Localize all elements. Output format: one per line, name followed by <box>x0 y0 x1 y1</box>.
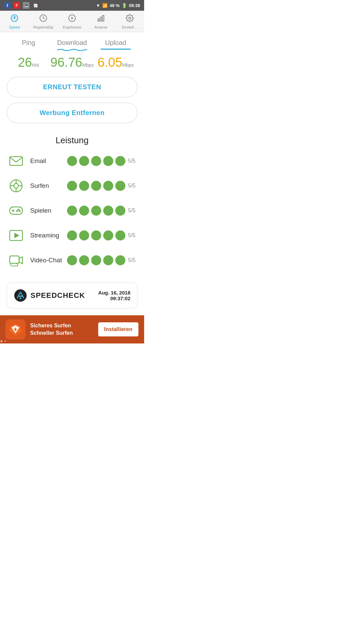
dot <box>79 255 89 265</box>
ping-value: 26ms <box>18 56 39 69</box>
speed-section: Ping Download Upload 26ms 96.76Mbps <box>0 32 144 73</box>
download-label: Download <box>57 39 87 47</box>
svg-point-20 <box>18 209 19 210</box>
svg-rect-10 <box>10 157 22 165</box>
perf-row-streaming: Streaming 5/5 <box>7 226 137 245</box>
status-icons-right: ▼ 📶 48 % 🔋 09:38 <box>96 3 140 8</box>
streaming-label: Streaming <box>30 232 67 239</box>
ergebnisse-icon <box>68 14 76 24</box>
ad-line2: Schneller Surfen <box>30 329 93 337</box>
signal-icon: 📶 <box>102 3 108 8</box>
spielen-icon <box>7 201 25 220</box>
dot <box>79 181 89 191</box>
nav-regelmaessig-label: Regelmäßig <box>33 25 53 29</box>
laptop-icon: 💻 <box>23 2 29 9</box>
dot <box>91 255 101 265</box>
upload-value: 6.05Mbps <box>98 56 134 69</box>
videochat-label: Video-Chat <box>30 257 67 264</box>
svg-rect-6 <box>98 19 99 21</box>
videochat-dots <box>67 255 125 265</box>
svg-point-1 <box>14 18 15 19</box>
svg-point-9 <box>129 17 131 19</box>
surfen-label: Surfen <box>30 182 67 190</box>
ping-label: Ping <box>22 39 35 47</box>
videochat-score: 5/5 <box>128 257 137 263</box>
dot <box>115 181 125 191</box>
nav-ergebnisse-label: Ergebnisse <box>63 25 81 29</box>
svg-rect-7 <box>100 17 102 21</box>
download-underline <box>57 49 87 51</box>
dot <box>115 255 125 265</box>
svg-marker-24 <box>14 233 19 238</box>
retest-button[interactable]: ERNEUT TESTEN <box>7 77 137 97</box>
spielen-label: Spielen <box>30 207 67 214</box>
brave-icon <box>9 323 22 336</box>
nav-speed[interactable]: Speed <box>0 11 29 32</box>
dot <box>91 230 101 240</box>
speed-values-row: 26ms 96.76Mbps 6.05Mbps <box>7 56 137 69</box>
svg-point-12 <box>14 183 18 188</box>
spielen-dots <box>67 206 125 216</box>
speedcheck-logo-icon <box>14 289 27 302</box>
analyse-icon <box>97 14 105 24</box>
dot <box>67 156 77 166</box>
dot <box>67 255 77 265</box>
flipboard-icon: F <box>13 2 20 9</box>
dot <box>91 181 101 191</box>
dot <box>103 230 113 240</box>
svg-rect-8 <box>103 15 104 21</box>
regelmaessig-icon <box>39 14 47 24</box>
upload-col: Upload <box>94 39 137 54</box>
facebook-icon: f <box>4 2 11 9</box>
nav-bar: Speed Regelmäßig Ergebnisse <box>0 11 144 32</box>
videochat-icon <box>7 251 25 270</box>
upload-unit: Mbps <box>122 62 134 68</box>
surfen-score: 5/5 <box>128 183 137 189</box>
speedcheck-name: SPEEDCHECK <box>31 291 85 300</box>
speed-icon <box>10 14 18 24</box>
nav-ergebnisse[interactable]: Ergebnisse <box>58 11 86 32</box>
dot <box>79 230 89 240</box>
dot <box>91 156 101 166</box>
ping-unit: ms <box>32 62 39 68</box>
battery-icon: 🔋 <box>122 3 127 8</box>
chart-icon: 📈 <box>32 2 39 9</box>
ad-app-icon <box>5 319 25 339</box>
status-icons-left: f F 💻 📈 <box>4 2 39 9</box>
svg-point-26 <box>19 297 21 299</box>
perf-row-surfen: Surfen 5/5 <box>7 176 137 195</box>
ad-line1: Sicheres Surfen <box>30 322 93 329</box>
time-label: 09:38 <box>129 3 140 8</box>
download-value-col: 96.76Mbps <box>50 56 94 69</box>
wifi-icon: ▼ <box>96 3 100 8</box>
speedcheck-date: Aug. 16, 2018 09:37:02 <box>98 290 130 301</box>
dot <box>103 181 113 191</box>
upload-label: Upload <box>105 39 126 47</box>
ad-badge: ▶ ✕ <box>1 339 7 343</box>
button-section: ERNEUT TESTEN Werbung Entfernen <box>0 73 144 132</box>
surfen-dots <box>67 181 125 191</box>
speedcheck-card: SPEEDCHECK Aug. 16, 2018 09:37:02 <box>7 282 137 309</box>
ad-text: Sicheres Surfen Schneller Surfen <box>30 322 93 337</box>
surfen-icon <box>7 176 25 195</box>
nav-einstellungen-label: Einstell… <box>122 25 137 29</box>
nav-regelmaessig[interactable]: Regelmäßig <box>29 11 58 32</box>
leistung-section: Leistung Email 5/5 <box>0 132 144 282</box>
upload-value-col: 6.05Mbps <box>94 56 137 69</box>
streaming-dots <box>67 230 125 240</box>
dot <box>115 206 125 216</box>
dot <box>67 230 77 240</box>
nav-einstellungen[interactable]: Einstell… <box>115 11 144 32</box>
remove-ads-button[interactable]: Werbung Entfernen <box>7 103 137 123</box>
nav-analyse[interactable]: Analyse <box>86 11 115 32</box>
nav-analyse-label: Analyse <box>94 25 107 29</box>
perf-row-email: Email 5/5 <box>7 152 137 170</box>
dot <box>79 156 89 166</box>
download-value: 96.76Mbps <box>50 56 94 69</box>
speedcheck-logo: SPEEDCHECK <box>14 289 85 302</box>
status-bar: f F 💻 📈 ▼ 📶 48 % 🔋 09:38 <box>0 0 144 11</box>
ping-col: Ping <box>7 39 50 54</box>
perf-row-videochat: Video-Chat 5/5 <box>7 251 137 270</box>
ad-install-button[interactable]: Installieren <box>98 322 139 337</box>
download-unit: Mbps <box>82 62 94 68</box>
